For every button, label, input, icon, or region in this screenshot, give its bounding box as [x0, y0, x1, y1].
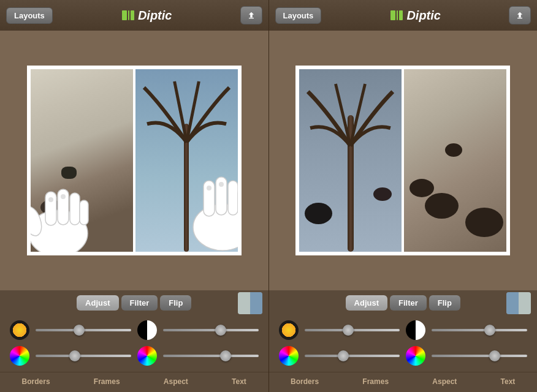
thumbnail-inner-right [506, 292, 531, 314]
colortemp-thumb-right[interactable] [489, 350, 500, 361]
colortemp-track-left[interactable] [163, 355, 259, 357]
svg-rect-0 [122, 10, 127, 20]
slider-row-brightness-left [10, 320, 259, 340]
layouts-button-right[interactable]: Layouts [275, 7, 322, 24]
brightness-thumb-left[interactable] [74, 325, 85, 336]
canvas-area-left[interactable] [0, 31, 268, 290]
collage-palm-image[interactable] [299, 69, 402, 252]
slider-row-brightness-right [279, 320, 528, 340]
thumb-right-left-half [506, 292, 519, 314]
colortemp-icon-left [137, 346, 157, 366]
toolbar-row-right: Adjust Filter Flip [269, 290, 538, 315]
nav-frames-right[interactable]: Frames [356, 376, 395, 387]
svg-point-11 [61, 194, 66, 199]
collage-frame-right[interactable] [295, 66, 510, 255]
colortemp-icon-right [406, 346, 425, 366]
filter-button-left[interactable]: Filter [121, 295, 158, 311]
thumbnail-left[interactable] [238, 292, 262, 314]
colortemp-track-right[interactable] [432, 355, 527, 357]
contrast-icon-left [137, 320, 157, 340]
svg-rect-9 [80, 200, 88, 225]
top-bar-left: Layouts Diptic [0, 0, 268, 31]
layouts-button-left[interactable]: Layouts [6, 7, 53, 24]
contrast-track-right[interactable] [432, 329, 527, 331]
brightness-icon-right [279, 320, 299, 340]
bottom-nav-right: Borders Frames Aspect Text [269, 372, 538, 392]
rock-d1 [409, 179, 434, 197]
rock-d2 [425, 193, 459, 219]
brightness-track-left[interactable] [36, 329, 131, 331]
bottom-controls-left: Adjust Filter Flip [0, 290, 268, 392]
svg-rect-3 [248, 18, 253, 18]
collage-right-image[interactable] [135, 69, 238, 252]
svg-rect-21 [397, 10, 398, 20]
nav-borders-left[interactable]: Borders [16, 376, 56, 387]
app-logo-left: Diptic [121, 8, 172, 23]
diptic-logo-icon [121, 8, 135, 23]
adjust-button-left[interactable]: Adjust [77, 295, 118, 311]
app-name-right: Diptic [406, 9, 441, 23]
saturation-icon-right [279, 346, 299, 366]
bottom-nav-left: Borders Frames Aspect Text [0, 372, 268, 392]
flip-button-right[interactable]: Flip [429, 295, 460, 311]
colortemp-thumb-left[interactable] [220, 350, 231, 361]
contrast-thumb-right[interactable] [484, 325, 495, 336]
nav-borders-right[interactable]: Borders [284, 376, 325, 387]
top-bar-right: Layouts Diptic [269, 0, 538, 31]
nav-text-left[interactable]: Text [226, 376, 253, 387]
collage-frame-left[interactable] [27, 66, 242, 255]
dark-beach-bg [404, 69, 506, 252]
nav-text-right[interactable]: Text [495, 376, 522, 387]
diptic-logo-icon-right [389, 8, 404, 23]
svg-point-18 [207, 186, 211, 190]
slider-row-color-left [10, 346, 259, 366]
rock-d3 [445, 143, 462, 157]
adjust-button-right[interactable]: Adjust [346, 295, 387, 311]
slider-row-color-right [279, 346, 528, 366]
nav-aspect-left[interactable]: Aspect [158, 376, 194, 387]
bottom-controls-right: Adjust Filter Flip [269, 290, 538, 392]
brightness-thumb-right[interactable] [343, 325, 354, 336]
svg-rect-2 [131, 10, 134, 20]
share-icon-left [247, 10, 256, 21]
share-button-left[interactable] [240, 6, 262, 24]
thumb-left-half [238, 292, 250, 314]
saturation-track-right[interactable] [305, 355, 400, 357]
thumb-right-half [250, 292, 262, 314]
toolbar-row-left: Adjust Filter Flip [0, 290, 268, 315]
filter-button-right[interactable]: Filter [390, 295, 427, 311]
saturation-thumb-left[interactable] [69, 350, 80, 361]
collage-beach-image[interactable] [404, 69, 506, 252]
hand-gesture-right [177, 154, 238, 252]
brightness-icon-left [10, 320, 29, 340]
contrast-thumb-left[interactable] [215, 325, 226, 336]
contrast-icon-right [406, 320, 425, 340]
palm-panel-bg [299, 69, 402, 252]
left-phone-panel: Layouts Diptic [0, 0, 268, 392]
canvas-area-right[interactable] [269, 31, 538, 290]
nav-frames-left[interactable]: Frames [88, 376, 126, 387]
svg-point-19 [219, 182, 224, 187]
svg-rect-1 [128, 10, 129, 20]
app-name-left: Diptic [138, 9, 172, 23]
saturation-icon-left [10, 346, 29, 366]
thumb-right-right-half [519, 292, 531, 314]
rock-r2 [373, 187, 392, 201]
saturation-track-left[interactable] [36, 355, 131, 357]
svg-rect-23 [517, 18, 522, 18]
thumbnail-right[interactable] [506, 292, 531, 314]
contrast-track-left[interactable] [163, 329, 259, 331]
rock-d4 [465, 208, 503, 237]
collage-left-image[interactable] [31, 69, 133, 252]
share-button-right[interactable] [509, 6, 531, 24]
nav-aspect-right[interactable]: Aspect [426, 376, 463, 387]
brightness-track-right[interactable] [305, 329, 400, 331]
rock-r1 [305, 203, 332, 224]
flip-button-left[interactable]: Flip [160, 295, 191, 311]
svg-rect-6 [45, 192, 56, 225]
svg-rect-20 [390, 10, 395, 20]
sliders-area-left [0, 315, 268, 372]
saturation-thumb-right[interactable] [338, 350, 349, 361]
right-phone-panel: Layouts Diptic [269, 0, 538, 392]
share-icon-right [516, 10, 524, 21]
